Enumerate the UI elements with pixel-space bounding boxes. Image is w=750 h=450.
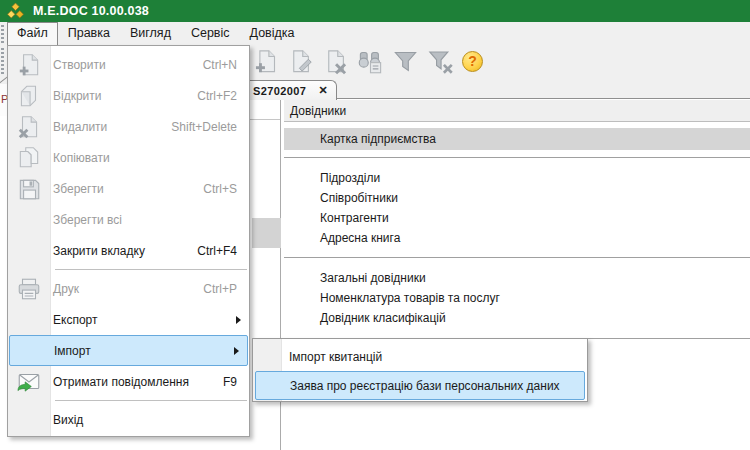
- menu-item-shortcut: Ctrl+N: [203, 58, 237, 72]
- menu-item-shortcut: F9: [223, 375, 237, 389]
- submenu-item-import-receipts[interactable]: Імпорт квитанцій: [253, 342, 587, 371]
- panel-row-address-book[interactable]: Адресна книга: [284, 228, 750, 248]
- new-document-icon: [16, 52, 42, 78]
- menu-item-print[interactable]: Друк Ctrl+P: [8, 273, 249, 304]
- delete-document-icon: [16, 114, 42, 140]
- panel-row-general-references[interactable]: Загальні довідники: [284, 268, 750, 288]
- menu-item-create[interactable]: Створити Ctrl+N: [8, 49, 249, 80]
- menu-item-shortcut: Ctrl+P: [203, 282, 237, 296]
- new-document-icon[interactable]: [252, 48, 279, 75]
- menu-separator: [8, 266, 249, 273]
- menu-item-label: Створити: [53, 58, 106, 72]
- toolbar-grip[interactable]: [1, 48, 4, 76]
- app-window: M.E.DOC 10.00.038 Файл Правка Вигляд Сер…: [0, 0, 750, 450]
- tab-close-icon[interactable]: ✕: [318, 84, 327, 97]
- tab-label: S2702007: [253, 85, 306, 97]
- menu-item-shortcut: Shift+Delete: [171, 120, 237, 134]
- delete-document-icon[interactable]: [322, 48, 349, 75]
- menu-item-label: Імпорт: [54, 344, 91, 358]
- menu-item-label: Видалити: [53, 120, 107, 134]
- panel-separator: [284, 157, 750, 158]
- panel-row-company-card[interactable]: Картка підприємства: [284, 128, 750, 150]
- menu-item-label: Друк: [53, 282, 79, 296]
- receive-mail-icon: [16, 369, 42, 395]
- menu-item-save[interactable]: Зберегти Ctrl+S: [8, 173, 249, 204]
- menu-separator: [8, 397, 249, 404]
- menu-item-shortcut: Ctrl+F4: [197, 244, 237, 258]
- panel-row-counterparties[interactable]: Контрагенти: [284, 208, 750, 228]
- copy-document-icon: [16, 145, 42, 171]
- menu-item-label: Відкрити: [53, 89, 102, 103]
- print-icon: [16, 276, 42, 302]
- help-icon[interactable]: ?: [462, 51, 483, 72]
- menu-item-label: Копіювати: [53, 151, 110, 165]
- left-panel-fragment-line: [250, 119, 280, 120]
- filter-icon[interactable]: [392, 48, 419, 75]
- menu-item-shortcut: Ctrl+F2: [197, 89, 237, 103]
- toolbar: ?: [252, 48, 483, 75]
- menu-item-label: Вихід: [53, 413, 83, 427]
- menu-item-label: Зберегти: [53, 182, 104, 196]
- menu-item-label: Закрити вкладку: [53, 244, 145, 258]
- menubar-item-view[interactable]: Вигляд: [120, 22, 181, 46]
- submenu-item-label: Імпорт квитанцій: [289, 350, 382, 364]
- edit-document-icon[interactable]: [287, 48, 314, 75]
- open-document-icon: [16, 83, 42, 109]
- window-title: M.E.DOC 10.00.038: [33, 4, 149, 18]
- title-bar: M.E.DOC 10.00.038: [0, 0, 750, 22]
- medoc-logo-icon: [7, 3, 24, 20]
- menu-item-label: Експорт: [53, 313, 97, 327]
- menu-item-open[interactable]: Відкрити Ctrl+F2: [8, 80, 249, 111]
- menu-item-label: Зберегти всі: [53, 213, 122, 227]
- panel-row-employees[interactable]: Співробітники: [284, 188, 750, 208]
- file-menu: Створити Ctrl+N Відкрити Ctrl+F2 Видалит…: [7, 45, 250, 437]
- import-submenu: Імпорт квитанцій Заява про реєстрацію ба…: [252, 338, 588, 402]
- menubar-item-file[interactable]: Файл: [7, 22, 58, 46]
- submenu-item-personal-data-application[interactable]: Заява про реєстрацію бази персональних д…: [255, 371, 585, 400]
- panel-row-classifications[interactable]: Довідник класифікацій: [284, 308, 750, 328]
- menubar-item-service[interactable]: Сервіс: [181, 22, 240, 46]
- panel-row-departments[interactable]: Підрозділи: [284, 168, 750, 188]
- menubar-item-help[interactable]: Довідка: [240, 22, 305, 46]
- save-icon: [16, 176, 42, 202]
- menu-item-exit[interactable]: Вихід: [8, 404, 249, 435]
- find-in-documents-icon[interactable]: [357, 48, 384, 75]
- menu-item-delete[interactable]: Видалити Shift+Delete: [8, 111, 249, 142]
- menubar-item-edit[interactable]: Правка: [58, 22, 120, 46]
- menu-bar: Файл Правка Вигляд Сервіс Довідка: [0, 22, 750, 46]
- menu-item-save-all[interactable]: Зберегти всі: [8, 204, 249, 235]
- clear-filter-icon[interactable]: [427, 48, 454, 75]
- submenu-arrow-icon: [234, 347, 239, 355]
- menu-item-import[interactable]: Імпорт: [9, 335, 248, 366]
- panel-separator: [284, 257, 750, 258]
- menu-item-export[interactable]: Експорт: [8, 304, 249, 335]
- menu-item-receive-messages[interactable]: Отримати повідомлення F9: [8, 366, 249, 397]
- submenu-arrow-icon: [236, 316, 241, 324]
- panel-row-goods-nomenclature[interactable]: Номенклатура товарів та послуг: [284, 288, 750, 308]
- tab-s2702007[interactable]: S2702007 ✕: [244, 80, 337, 100]
- submenu-item-label: Заява про реєстрацію бази персональних д…: [290, 379, 560, 393]
- panel-header: Довідники: [284, 100, 750, 122]
- menu-item-shortcut: Ctrl+S: [203, 182, 237, 196]
- left-panel-fragment-selection: [252, 218, 281, 248]
- menu-item-close-tab[interactable]: Закрити вкладку Ctrl+F4: [8, 235, 249, 266]
- menu-item-copy[interactable]: Копіювати: [8, 142, 249, 173]
- menu-item-label: Отримати повідомлення: [53, 375, 189, 389]
